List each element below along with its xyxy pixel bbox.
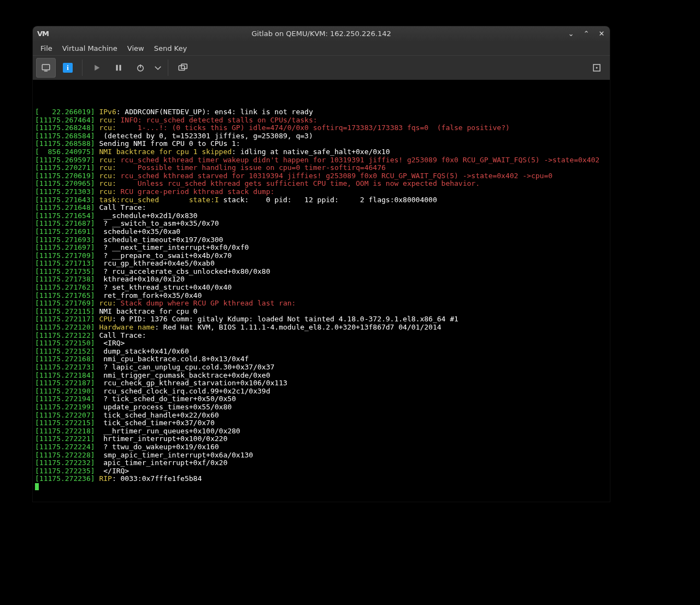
console-line: [11175.268584] (detected by 0, t=1523301… xyxy=(35,132,608,140)
console-line: [11175.272236] RIP: 0033:0x7fffe1fe5b84 xyxy=(35,475,608,483)
text-cursor xyxy=(35,483,39,490)
console-line: [11175.268248] rcu: 1-...!: (0 ticks thi… xyxy=(35,124,608,132)
pause-icon xyxy=(114,63,123,73)
console-line: [11175.272122] Call Trace: xyxy=(35,332,608,340)
toolbar-separator xyxy=(168,60,168,76)
titlebar: VM Gitlab on QEMU/KVM: 162.250.226.142 ⌄… xyxy=(33,26,610,41)
console-line: [11175.272215] tick_sched_timer+0x37/0x7… xyxy=(35,419,608,427)
console-line: [11175.268588] Sending NMI from CPU 0 to… xyxy=(35,140,608,148)
menu-file[interactable]: File xyxy=(36,43,57,54)
console-line: [11175.271735] ? rcu_accelerate_cbs_unlo… xyxy=(35,268,608,276)
console-line: [11175.271765] ret_from_fork+0x35/0x40 xyxy=(35,292,608,300)
console-line: [11175.272221] hrtimer_interrupt+0x100/0… xyxy=(35,435,608,443)
console-line: [11175.272120] Hardware name: Red Hat KV… xyxy=(35,324,608,332)
shutdown-button[interactable] xyxy=(131,58,150,78)
shutdown-menu-button[interactable] xyxy=(152,58,163,78)
console-line: [11175.271687] ? __switch_to_asm+0x35/0x… xyxy=(35,220,608,228)
toolbar: i xyxy=(33,55,610,80)
menubar: File Virtual Machine View Send Key xyxy=(33,41,610,55)
window-close-button[interactable]: ✕ xyxy=(598,30,605,38)
shutdown-icon xyxy=(136,63,145,73)
console-line: [11175.271691] schedule+0x35/0xa0 xyxy=(35,228,608,236)
vm-window: VM Gitlab on QEMU/KVM: 162.250.226.142 ⌄… xyxy=(33,26,610,502)
run-button[interactable] xyxy=(87,58,107,78)
menu-send-key[interactable]: Send Key xyxy=(150,43,191,54)
console-line: [11175.272173] ? lapic_can_unplug_cpu.co… xyxy=(35,363,608,372)
menu-view[interactable]: View xyxy=(123,43,149,54)
console-line: [11175.271643] task:rcu_sched state:I st… xyxy=(35,196,608,204)
console-line: [11175.272184] nmi_trigger_cpumask_backt… xyxy=(35,372,608,380)
vm-console[interactable]: [ 22.266019] IPv6: ADDRCONF(NETDEV_UP): … xyxy=(33,80,610,502)
console-line: [11175.272152] dump_stack+0x41/0x60 xyxy=(35,348,608,356)
console-line: [11175.267464] rcu: INFO: rcu_sched dete… xyxy=(35,116,608,125)
console-line: [11175.272168] nmi_cpu_backtrace.cold.8+… xyxy=(35,355,608,363)
toolbar-separator xyxy=(82,60,83,76)
console-line: [11175.271769] rcu: Stack dump where RCU… xyxy=(35,299,608,308)
console-line: [11175.271709] ? __prepare_to_swait+0x4b… xyxy=(35,252,608,260)
chevron-down-icon xyxy=(153,63,163,73)
console-line: [11175.270271] rcu: Possible timer handl… xyxy=(35,164,608,172)
console-line: [11175.272207] tick_sched_handle+0x22/0x… xyxy=(35,412,608,420)
menu-virtual-machine[interactable]: Virtual Machine xyxy=(58,43,122,54)
screenshot-icon xyxy=(178,63,187,73)
console-icon xyxy=(41,63,51,73)
window-maximize-button[interactable]: ⌃ xyxy=(583,30,590,38)
console-line: [11175.272187] rcu_check_gp_kthread_star… xyxy=(35,379,608,387)
console-line: [11175.270965] rcu: Unless rcu_sched kth… xyxy=(35,180,608,188)
console-line: [11175.272117] CPU: 0 PID: 1376 Comm: gi… xyxy=(35,315,608,324)
play-icon xyxy=(92,63,102,73)
svg-rect-2 xyxy=(116,65,118,71)
svg-rect-0 xyxy=(42,64,50,70)
console-line: [11175.272232] apic_timer_interrupt+0xf/… xyxy=(35,459,608,467)
window-title: Gitlab on QEMU/KVM: 162.250.226.142 xyxy=(33,30,610,38)
console-line: [11175.272228] smp_apic_timer_interrupt+… xyxy=(35,451,608,460)
console-view-button[interactable] xyxy=(36,58,56,78)
console-line: [11175.272218] __hrtimer_run_queues+0x10… xyxy=(35,427,608,436)
info-icon: i xyxy=(63,63,73,73)
svg-rect-1 xyxy=(44,71,48,72)
window-minimize-button[interactable]: ⌄ xyxy=(567,30,575,38)
console-line: [11175.271654] __schedule+0x2d1/0x830 xyxy=(35,212,608,220)
console-line: [11175.272224] ? ttwu_do_wakeup+0x19/0x1… xyxy=(35,443,608,451)
console-line: [11175.272150] <IRQ> xyxy=(35,339,608,348)
console-line: [ 22.266019] IPv6: ADDRCONF(NETDEV_UP): … xyxy=(35,108,608,116)
fullscreen-icon xyxy=(592,63,602,73)
console-line: [11175.271713] rcu_gp_kthread+0x4e5/0xab… xyxy=(35,260,608,268)
console-line: [11175.272199] update_process_times+0x55… xyxy=(35,403,608,412)
console-line: [11175.271738] kthread+0x10a/0x120 xyxy=(35,275,608,284)
virt-manager-icon: VM xyxy=(37,30,46,38)
console-line: [11175.269597] rcu: rcu_sched kthread ti… xyxy=(35,156,608,165)
console-line: [11175.271697] ? __next_timer_interrupt+… xyxy=(35,244,608,252)
fullscreen-button[interactable] xyxy=(587,58,607,78)
console-line: [ 856.240975] NMI backtrace for cpu 1 sk… xyxy=(35,148,608,156)
console-line: [11175.270619] rcu: rcu_sched kthread st… xyxy=(35,172,608,180)
console-line: [11175.271693] schedule_timeout+0x197/0x… xyxy=(35,236,608,244)
console-line: [11175.271648] Call Trace: xyxy=(35,204,608,212)
svg-point-9 xyxy=(596,67,598,69)
console-line: [11175.271303] rcu: RCU grace-period kth… xyxy=(35,188,608,196)
console-line: [11175.272115] NMI backtrace for cpu 0 xyxy=(35,308,608,316)
console-line: [11175.272190] rcu_sched_clock_irq.cold.… xyxy=(35,387,608,396)
console-line: [11175.272235] </IRQ> xyxy=(35,467,608,475)
console-cursor-line xyxy=(35,483,608,491)
console-line: [11175.272194] ? tick_sched_do_timer+0x5… xyxy=(35,395,608,403)
console-line: [11175.271762] ? set_kthread_struct+0x40… xyxy=(35,284,608,292)
snapshots-button[interactable] xyxy=(173,58,192,78)
svg-rect-3 xyxy=(120,65,121,71)
details-view-button[interactable]: i xyxy=(58,58,78,78)
pause-button[interactable] xyxy=(109,58,128,78)
